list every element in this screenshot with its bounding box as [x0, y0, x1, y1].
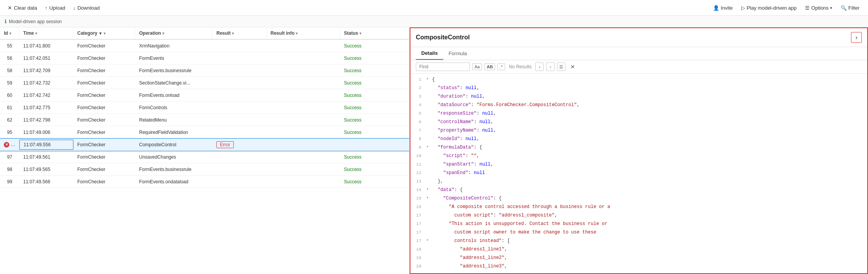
- cell-category: FormChecker: [73, 165, 135, 174]
- cell-operation: RequiredFieldValidation: [135, 128, 213, 137]
- download-button[interactable]: ↓ Download: [70, 3, 103, 12]
- cell-id: 99: [0, 177, 19, 186]
- cell-result: [213, 56, 267, 60]
- cell-operation: FormControls: [135, 103, 213, 112]
- invite-button[interactable]: 👤 Invite: [709, 3, 737, 12]
- cell-id: 60: [0, 91, 19, 100]
- find-prev-button[interactable]: ‹: [535, 63, 544, 71]
- col-result-label: Result: [216, 30, 231, 36]
- cell-id: 95: [0, 128, 19, 137]
- cell-resultinfo: [267, 44, 340, 48]
- cell-status: [340, 143, 379, 147]
- col-header-operation[interactable]: Operation ▾: [135, 27, 213, 39]
- cell-time: 11:07:41.800: [19, 41, 73, 51]
- cell-category: FormChecker: [73, 103, 135, 112]
- table-row[interactable]: 60 11:07:42.742 FormChecker FormEvents.o…: [0, 89, 409, 101]
- cell-resultinfo: [267, 180, 340, 184]
- regex-button[interactable]: .*: [497, 63, 505, 70]
- code-line: 10 "script": "",: [410, 152, 867, 160]
- table-row[interactable]: 56 11:07:42.051 FormChecker FormEvents S…: [0, 52, 409, 64]
- upload-button[interactable]: ↑ Upload: [42, 3, 68, 12]
- clear-icon: ✕: [8, 5, 12, 11]
- main-toolbar: ✕ Clear data ↑ Upload ↓ Download 👤 Invit…: [0, 0, 868, 16]
- find-bar: Aa AB .* No Results ‹ › ☰ ✕: [410, 60, 867, 74]
- sort-icon-status: ▾: [359, 31, 361, 36]
- error-indicator: ✕: [4, 142, 9, 147]
- session-bar: ℹ Model-driven app session: [0, 16, 868, 27]
- options-button[interactable]: ☰ Options ▾: [801, 3, 836, 12]
- cell-result: [213, 44, 267, 48]
- cell-status: Success: [340, 41, 379, 51]
- find-options-button[interactable]: ☰: [557, 63, 565, 71]
- cell-operation: UnsavedChanges: [135, 152, 213, 162]
- cell-operation: FormEvents.onload: [135, 91, 213, 100]
- code-view: 1 ▾ { 2 "status": null, 3 "duration": nu…: [410, 74, 867, 273]
- table-row[interactable]: ✕ 96 11:07:49.556 FormChecker CompositeC…: [0, 139, 409, 151]
- cell-resultinfo: [267, 81, 340, 85]
- table-row[interactable]: 97 11:07:49.561 FormChecker UnsavedChang…: [0, 151, 409, 163]
- filter-label: Filter: [848, 5, 859, 11]
- cell-time: 11:07:42.732: [19, 78, 73, 88]
- col-header-time[interactable]: Time ▾: [19, 27, 73, 39]
- panel-expand-button[interactable]: ›: [851, 32, 862, 43]
- code-line: 13 },: [410, 177, 867, 186]
- cell-operation: FormEvents: [135, 54, 213, 63]
- col-resultinfo-label: Result info: [271, 30, 294, 36]
- panel-title: CompositeControl: [416, 34, 470, 41]
- toolbar-right-section: 👤 Invite ▷ Play model-driven app ☰ Optio…: [709, 3, 863, 12]
- cell-resultinfo: [267, 130, 340, 134]
- code-line: 17 "This action is unsupported. Contact …: [410, 220, 867, 228]
- cell-operation: FormEvents.ondataload: [135, 177, 213, 186]
- info-icon: ℹ: [5, 19, 7, 24]
- table-row[interactable]: 58 11:07:42.709 FormChecker FormEvents.b…: [0, 64, 409, 77]
- col-status-label: Status: [344, 30, 358, 36]
- cell-result: [213, 81, 267, 85]
- match-word-button[interactable]: AB: [484, 63, 495, 70]
- cell-resultinfo: [267, 167, 340, 171]
- table-row[interactable]: 61 11:07:42.775 FormChecker FormControls…: [0, 101, 409, 114]
- cell-result: [213, 69, 267, 73]
- match-case-button[interactable]: Aa: [472, 63, 482, 70]
- table-row[interactable]: 98 11:07:49.565 FormChecker FormEvents.b…: [0, 163, 409, 176]
- cell-status: Success: [340, 177, 379, 186]
- cell-status: Success: [340, 54, 379, 63]
- filter-button[interactable]: 🔍 Filter: [837, 3, 863, 12]
- tab-details[interactable]: Details: [416, 47, 443, 60]
- table-row[interactable]: 55 11:07:41.800 FormChecker XrmNavigatio…: [0, 40, 409, 52]
- code-line: 6 "controlName": null,: [410, 118, 867, 126]
- clear-data-label: Clear data: [14, 5, 37, 11]
- col-header-result[interactable]: Result ▾: [213, 27, 267, 39]
- table-row[interactable]: 99 11:07:49.566 FormChecker FormEvents.o…: [0, 176, 409, 188]
- cell-result: [213, 180, 267, 184]
- table-row[interactable]: 59 11:07:42.732 FormChecker SectionState…: [0, 77, 409, 89]
- col-header-id[interactable]: Id ▾: [0, 27, 19, 39]
- tab-formula[interactable]: Formula: [443, 47, 473, 60]
- col-header-status[interactable]: Status ▾: [340, 27, 379, 39]
- cell-operation: FormEvents.businessrule: [135, 66, 213, 75]
- download-icon: ↓: [73, 5, 76, 11]
- find-next-button[interactable]: ›: [546, 63, 555, 71]
- find-close-button[interactable]: ✕: [568, 63, 577, 71]
- clear-data-button[interactable]: ✕ Clear data: [5, 3, 40, 12]
- cell-resultinfo: [267, 93, 340, 97]
- table-row[interactable]: 95 11:07:49.006 FormChecker RequiredFiel…: [0, 126, 409, 139]
- cell-time: 11:07:42.742: [19, 91, 73, 100]
- cell-category: FormChecker: [73, 128, 135, 137]
- sort-icon-category: ▾: [104, 31, 106, 36]
- col-header-resultinfo[interactable]: Result info ▾: [267, 27, 340, 39]
- play-button[interactable]: ▷ Play model-driven app: [737, 3, 800, 12]
- upload-icon: ↑: [45, 5, 48, 11]
- code-line: 2 "status": null,: [410, 84, 867, 92]
- filter-icon-category: ▼: [99, 31, 102, 36]
- find-input[interactable]: [416, 63, 470, 71]
- cell-time: 11:07:42.798: [19, 115, 73, 125]
- col-header-category[interactable]: Category ▼ ▾: [73, 27, 135, 39]
- sort-icon-operation: ▾: [162, 31, 164, 36]
- sort-icon-id: ▾: [9, 31, 11, 36]
- menu-icon: ☰: [805, 5, 810, 11]
- code-line: 3 "duration": null,: [410, 92, 867, 101]
- table-row[interactable]: 62 11:07:42.798 FormChecker RelatedMenu …: [0, 114, 409, 126]
- col-category-label: Category: [77, 30, 97, 36]
- cell-time: 11:07:49.566: [19, 177, 73, 186]
- cell-operation: FormEvents.businessrule: [135, 165, 213, 174]
